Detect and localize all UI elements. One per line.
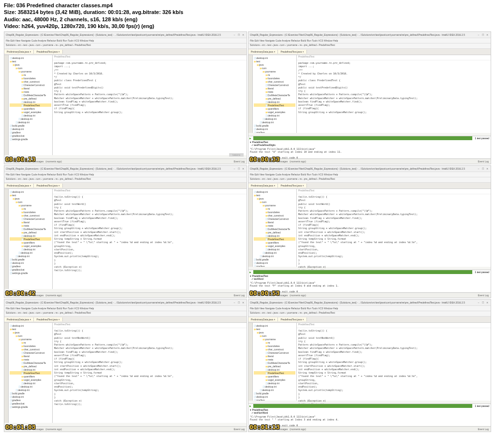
tree-node[interactable]: test (10, 59, 51, 63)
tree-node[interactable]: DotMetaCharacterTe (254, 361, 295, 364)
tree-node[interactable]: CharacterConstruct (254, 83, 295, 87)
tree-node[interactable]: pre_defined (10, 231, 51, 234)
tree-node[interactable]: com (10, 200, 51, 203)
tree-node[interactable]: pre_defined (254, 364, 295, 368)
window-controls[interactable]: – ☐ ✕ (478, 167, 489, 170)
tree-node[interactable]: boundaries (10, 76, 51, 80)
tree-node[interactable]: test (254, 327, 295, 331)
editor-tab[interactable]: PredefinedTest.java × (278, 50, 306, 54)
editor-pane[interactable]: PredefinedTest package com.yourname.re.p… (297, 55, 491, 133)
tree-node[interactable]: desktop.ini (10, 254, 51, 258)
tree-node[interactable]: com (10, 66, 51, 70)
editor-tab[interactable]: PredefinedTest.java × (34, 184, 62, 188)
tree-node[interactable]: desktop.ini (254, 261, 295, 264)
tree-node[interactable]: settings.gradle (10, 271, 51, 275)
tree-node[interactable]: CharacterConstruct (254, 351, 295, 354)
tree-node[interactable]: gradlew (10, 264, 51, 268)
tree-node[interactable]: yourname (254, 203, 295, 207)
tree-node[interactable]: desktop.ini (10, 261, 51, 264)
tree-node[interactable]: vogel_examples (254, 378, 295, 381)
tree-node[interactable]: java (10, 331, 51, 334)
tree-node[interactable]: desktop.ini (10, 100, 51, 103)
tree-node[interactable]: java (254, 197, 295, 200)
tree-node[interactable]: com (254, 200, 295, 203)
tree-node[interactable]: PredefinedTest (10, 371, 51, 375)
tree-node[interactable]: re (10, 207, 51, 210)
editor-tab[interactable]: PreliminaryData.java × (248, 184, 278, 188)
event-log[interactable]: Event Log (233, 294, 245, 297)
tree-node[interactable]: com (254, 334, 295, 337)
editor-pane[interactable]: PredefinedTest package com.yourname.re.p… (53, 55, 247, 155)
tree-node[interactable]: char_construct (10, 347, 51, 351)
tree-node[interactable]: PredefinedTest (10, 103, 51, 107)
tree-node[interactable]: build.gradle (10, 124, 51, 127)
menubar[interactable]: File Edit View Navigate Code Analyze Ref… (248, 172, 491, 177)
tree-node[interactable]: desktop.ini (254, 251, 295, 254)
tree-node[interactable]: desktop.ini (254, 117, 295, 120)
tree-node[interactable]: desktop.ini (10, 247, 51, 251)
tree-node[interactable]: vogel_examples (254, 110, 295, 114)
tree-node[interactable]: build.gradle (254, 258, 295, 261)
tree-node[interactable]: java (254, 63, 295, 66)
editor-tabs[interactable]: PreliminaryData.java ×PredefinedTest.jav… (248, 49, 491, 55)
tree-node[interactable]: desktop.ini (10, 395, 51, 398)
tree-node[interactable]: char_construct (254, 80, 295, 83)
tree-node[interactable]: gradlew (254, 130, 295, 133)
tree-node[interactable]: build.gradle (254, 124, 295, 127)
tree-node[interactable]: re (254, 207, 295, 210)
tree-node[interactable]: java (10, 63, 51, 66)
tree-node[interactable]: meta (10, 224, 51, 227)
tree-node[interactable]: literal (254, 87, 295, 90)
play-icon[interactable]: ▶ (248, 137, 252, 140)
tree-node[interactable]: quantifiers (10, 241, 51, 244)
editor-tab[interactable]: PreliminaryData.java × (248, 50, 278, 54)
editor-pane[interactable]: PredefinedTest fail(e.toString()) { @Tes… (53, 189, 247, 289)
tree-node[interactable]: literal (10, 354, 51, 358)
menubar[interactable]: File Edit View Navigate Code Analyze Ref… (4, 38, 247, 43)
tree-node[interactable]: gradlew (254, 264, 295, 267)
menubar[interactable]: File Edit View Navigate Code Analyze Ref… (248, 306, 491, 311)
tree-node[interactable]: desktop.ini (254, 254, 295, 258)
tree-node[interactable]: test (10, 327, 51, 331)
menubar[interactable]: File Edit View Navigate Code Analyze Ref… (4, 306, 247, 311)
event-log[interactable]: Event Log (478, 160, 489, 163)
tree-node[interactable]: PredefinedTest (254, 237, 295, 241)
editor-tab[interactable]: PreliminaryData.java × (248, 318, 278, 321)
tree-node[interactable]: settings.gradle (10, 405, 51, 408)
tree-node[interactable]: desktop.ini (10, 251, 51, 254)
tree-node[interactable]: CharacterConstruct (254, 217, 295, 220)
tree-node[interactable]: meta (254, 90, 295, 93)
tree-node[interactable]: CharacterConstruct (10, 83, 51, 87)
tool-window-bar[interactable] (248, 55, 253, 133)
tree-node[interactable]: boundaries (10, 210, 51, 214)
window-controls[interactable]: – ☐ ✕ (478, 33, 489, 36)
play-icon[interactable]: ▶ (248, 271, 252, 274)
tree-node[interactable]: gradlew (10, 398, 51, 402)
event-log[interactable]: Event Log (478, 428, 489, 431)
menubar[interactable]: File Edit View Navigate Code Analyze Ref… (248, 38, 491, 43)
code-area[interactable]: package com.yourname.re.pre_defined;impo… (297, 60, 491, 115)
tree-node[interactable]: yourname (10, 203, 51, 207)
editor-pane[interactable]: PredefinedTest fail(e.toString()) { @Tes… (53, 323, 247, 423)
tree-node[interactable]: desktop.ini (10, 117, 51, 120)
tree-node[interactable]: desktop.ini (254, 247, 295, 251)
tree-node[interactable]: desktop.ini (254, 114, 295, 117)
editor-tabs[interactable]: PreliminaryData.java ×PredefinedTest.jav… (4, 183, 247, 189)
tree-node[interactable]: build.gradle (10, 391, 51, 395)
tree-node[interactable]: test (10, 193, 51, 197)
tree-node[interactable]: gradlew.bat (10, 268, 51, 271)
code-area[interactable]: fail(e.toString()) { @Test public void t… (53, 328, 247, 407)
code-area[interactable]: fail(e.toString()) { @Test public void t… (297, 194, 491, 274)
tree-node[interactable]: re (254, 73, 295, 76)
tree-node[interactable]: com (254, 66, 295, 70)
tree-node[interactable]: test (254, 59, 295, 63)
tree-node[interactable]: literal (254, 354, 295, 358)
tree-node[interactable]: yourname (10, 337, 51, 341)
tree-node[interactable]: desktop.ini (254, 127, 295, 130)
tree-node[interactable]: char_construct (10, 80, 51, 83)
editor-tabs[interactable]: PreliminaryData.java ×PredefinedTest.jav… (4, 317, 247, 323)
tree-node[interactable]: desktop.ini (254, 56, 295, 59)
tree-node[interactable]: meta (10, 358, 51, 361)
tree-node[interactable]: DotMetaCharacterTe (254, 93, 295, 97)
tree-node[interactable]: desktop.ini (10, 324, 51, 327)
